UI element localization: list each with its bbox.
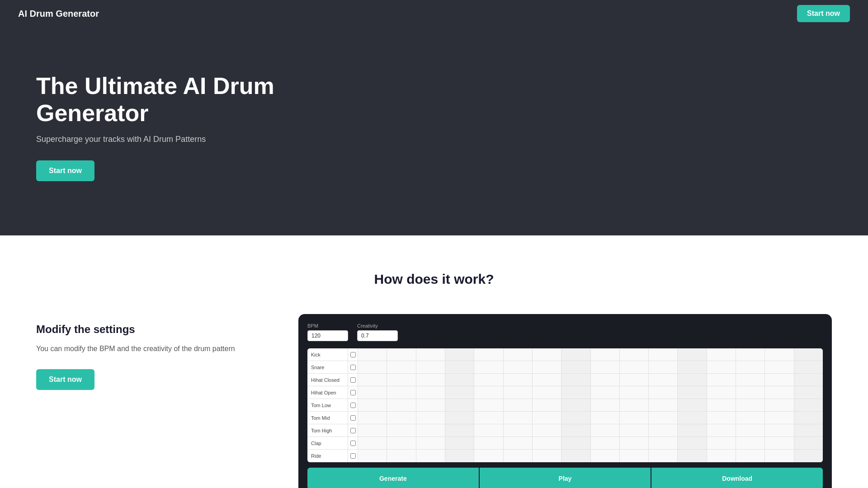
drum-cell[interactable] (445, 399, 474, 411)
drum-cell[interactable] (358, 450, 387, 462)
drum-cell[interactable] (474, 437, 503, 449)
drum-cell[interactable] (533, 361, 561, 373)
drum-cell[interactable] (474, 450, 503, 462)
drum-cell[interactable] (707, 386, 736, 399)
drum-cell[interactable] (736, 374, 765, 386)
drum-cell[interactable] (649, 412, 678, 424)
drum-cell[interactable] (445, 374, 474, 386)
drum-cell[interactable] (678, 361, 707, 373)
drum-cell[interactable] (504, 437, 533, 449)
drum-cell[interactable] (620, 348, 649, 361)
drum-cell[interactable] (620, 361, 649, 373)
drum-cell[interactable] (358, 348, 387, 361)
drum-cell[interactable] (765, 412, 794, 424)
drum-cell[interactable] (649, 386, 678, 399)
drum-cell[interactable] (416, 348, 445, 361)
drum-cell[interactable] (504, 374, 533, 386)
drum-cell[interactable] (707, 399, 736, 411)
drum-cell[interactable] (533, 399, 561, 411)
drum-cell[interactable] (387, 450, 416, 462)
drum-cell[interactable] (765, 424, 794, 436)
drum-cell[interactable] (358, 361, 387, 373)
drum-cell[interactable] (504, 450, 533, 462)
drum-cell[interactable] (678, 374, 707, 386)
drum-cell[interactable] (736, 348, 765, 361)
drum-cell[interactable] (591, 374, 620, 386)
drum-cell[interactable] (591, 424, 620, 436)
drum-cell[interactable] (358, 412, 387, 424)
drum-checkbox-kick[interactable] (348, 348, 358, 361)
drum-cell[interactable] (416, 450, 445, 462)
drum-cell[interactable] (736, 399, 765, 411)
drum-cell[interactable] (591, 412, 620, 424)
drum-cell[interactable] (794, 361, 823, 373)
download-button[interactable]: Download (651, 468, 823, 488)
drum-cell[interactable] (387, 348, 416, 361)
drum-cell[interactable] (561, 374, 590, 386)
drum-cell[interactable] (794, 348, 823, 361)
drum-cell[interactable] (504, 399, 533, 411)
drum-cell[interactable] (649, 361, 678, 373)
drum-cell[interactable] (736, 412, 765, 424)
drum-cell[interactable] (474, 361, 503, 373)
drum-checkbox-hihat-closed[interactable] (348, 374, 358, 386)
drum-cell[interactable] (620, 437, 649, 449)
drum-cell[interactable] (533, 412, 561, 424)
feature-start-now-button[interactable]: Start now (36, 369, 94, 390)
drum-cell[interactable] (678, 450, 707, 462)
drum-cell[interactable] (533, 386, 561, 399)
drum-cell[interactable] (387, 424, 416, 436)
drum-cell[interactable] (445, 348, 474, 361)
drum-cell[interactable] (707, 437, 736, 449)
drum-cell[interactable] (707, 348, 736, 361)
drum-cell[interactable] (620, 412, 649, 424)
drum-cell[interactable] (794, 450, 823, 462)
drum-cell[interactable] (765, 374, 794, 386)
drum-cell[interactable] (387, 386, 416, 399)
drum-cell[interactable] (591, 361, 620, 373)
drum-cell[interactable] (765, 386, 794, 399)
drum-cell[interactable] (678, 399, 707, 411)
drum-cell[interactable] (591, 348, 620, 361)
drum-cell[interactable] (358, 437, 387, 449)
drum-cell[interactable] (416, 361, 445, 373)
drum-cell[interactable] (358, 399, 387, 411)
drum-cell[interactable] (591, 386, 620, 399)
drum-cell[interactable] (561, 437, 590, 449)
drum-cell[interactable] (649, 399, 678, 411)
drum-cell[interactable] (649, 374, 678, 386)
drum-cell[interactable] (678, 437, 707, 449)
drum-cell[interactable] (474, 399, 503, 411)
drum-cell[interactable] (561, 399, 590, 411)
creativity-input[interactable] (357, 330, 398, 341)
drum-cell[interactable] (474, 412, 503, 424)
drum-cell[interactable] (387, 412, 416, 424)
drum-cell[interactable] (561, 361, 590, 373)
drum-cell[interactable] (765, 437, 794, 449)
drum-cell[interactable] (561, 386, 590, 399)
drum-cell[interactable] (620, 374, 649, 386)
drum-cell[interactable] (707, 412, 736, 424)
drum-cell[interactable] (765, 361, 794, 373)
drum-cell[interactable] (649, 348, 678, 361)
bpm-input[interactable] (307, 330, 348, 341)
drum-cell[interactable] (416, 374, 445, 386)
drum-checkbox-tom-mid[interactable] (348, 412, 358, 424)
drum-cell[interactable] (504, 348, 533, 361)
play-button[interactable]: Play (480, 468, 652, 488)
drum-cell[interactable] (678, 424, 707, 436)
drum-cell[interactable] (387, 374, 416, 386)
drum-cell[interactable] (358, 424, 387, 436)
drum-cell[interactable] (533, 424, 561, 436)
drum-cell[interactable] (358, 374, 387, 386)
drum-cell[interactable] (533, 450, 561, 462)
drum-cell[interactable] (736, 424, 765, 436)
drum-cell[interactable] (591, 450, 620, 462)
drum-checkbox-snare[interactable] (348, 361, 358, 373)
drum-cell[interactable] (504, 361, 533, 373)
hero-start-now-button[interactable]: Start now (36, 160, 94, 181)
drum-cell[interactable] (561, 424, 590, 436)
drum-cell[interactable] (504, 424, 533, 436)
generate-button[interactable]: Generate (307, 468, 480, 488)
drum-cell[interactable] (416, 437, 445, 449)
